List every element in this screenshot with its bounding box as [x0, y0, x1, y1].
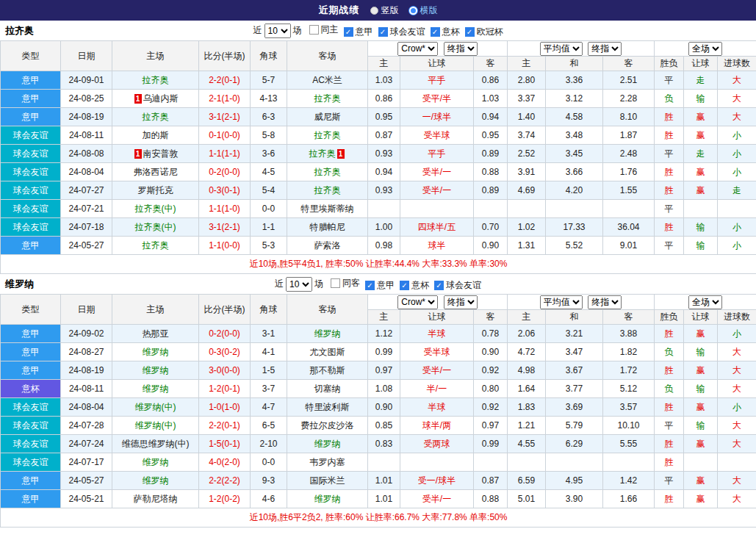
odds-stage-select[interactable]: 终指 [444, 295, 478, 309]
avg-away: 5.55 [603, 435, 655, 453]
team-link[interactable]: 拉齐奥 [143, 112, 169, 122]
score-link[interactable]: 0-1(0-0) [209, 130, 240, 140]
odds-stage-select[interactable]: 终指 [444, 42, 478, 56]
score-link[interactable]: 2-1(1-0) [209, 93, 240, 104]
result-wdl: 平 [655, 200, 684, 218]
filter-checkbox-意杯[interactable]: ✓意杯 [431, 26, 460, 38]
team-link[interactable]: 费拉尔皮沙洛 [301, 420, 354, 431]
home-team: 萨勒尼塔纳 [112, 490, 199, 508]
team-link[interactable]: 特里埃斯蒂纳 [301, 204, 354, 214]
layout-horizontal-radio[interactable]: 横版 [409, 4, 438, 17]
filter-checkbox-意甲[interactable]: ✓意甲 [344, 26, 373, 38]
team-link[interactable]: 维罗纳 [143, 347, 169, 357]
team-link[interactable]: 拉齐奥(中) [135, 222, 176, 232]
bookmaker-select[interactable]: Crow* [397, 42, 438, 56]
recent-count-select[interactable]: 10 [264, 24, 291, 38]
score-link[interactable]: 1-2(0-2) [209, 494, 240, 504]
away-team: 拉齐奥 [287, 163, 368, 181]
team-link[interactable]: 热那亚 [143, 328, 169, 339]
filter-checkbox-同主[interactable]: 同主 [309, 24, 339, 36]
fulltime-select[interactable]: 全场 [688, 42, 722, 56]
score-link[interactable]: 2-2(0-1) [209, 75, 240, 85]
team-link[interactable]: 萨勒尼塔纳 [134, 494, 178, 504]
corner-count: 4-1 [251, 343, 287, 361]
team-link[interactable]: 维罗纳 [143, 365, 169, 375]
filter-checkbox-意甲[interactable]: ✓意甲 [365, 279, 395, 292]
home-team: 1南安普敦 [112, 145, 199, 163]
layout-vertical-radio[interactable]: 竖版 [370, 4, 399, 17]
team-link[interactable]: 拉齐奥 [314, 185, 341, 195]
team-link[interactable]: 加的斯 [143, 130, 169, 140]
team-link[interactable]: 切塞纳 [314, 384, 341, 394]
team-link[interactable]: 维德思维罗纳(中) [122, 439, 190, 449]
filter-checkbox-球会友谊[interactable]: ✓球会友谊 [434, 279, 481, 292]
team-link[interactable]: 萨索洛 [314, 240, 341, 251]
score-link[interactable]: 1-2(0-1) [209, 384, 240, 394]
team-link[interactable]: 韦罗内塞 [310, 457, 345, 467]
score-link[interactable]: 1-0(1-0) [209, 402, 240, 412]
filter-checkbox-同客[interactable]: 同客 [331, 277, 360, 289]
score-link[interactable]: 3-1(2-1) [209, 112, 240, 122]
team-link[interactable]: 南安普敦 [143, 148, 179, 159]
team-link[interactable]: 尤文图斯 [310, 347, 345, 357]
avg-select[interactable]: 平均值 [540, 42, 583, 56]
team-link[interactable]: 维罗纳 [314, 328, 341, 339]
team-link[interactable]: 拉齐奥 [314, 130, 341, 140]
filter-checkbox-意杯[interactable]: ✓意杯 [400, 279, 429, 292]
team-link[interactable]: 威尼斯 [314, 112, 341, 122]
home-team: 加的斯 [112, 126, 199, 145]
score-link[interactable]: 3-0(0-0) [209, 365, 240, 375]
score-link[interactable]: 2-2(0-1) [209, 420, 240, 431]
team-link[interactable]: 维罗纳 [143, 475, 169, 486]
team-link[interactable]: 维罗纳 [143, 457, 169, 467]
team-link[interactable]: 国际米兰 [310, 475, 345, 486]
team-link[interactable]: 维罗纳(中) [135, 402, 176, 412]
team-link[interactable]: 乌迪内斯 [143, 93, 179, 104]
score-link[interactable]: 3-1(2-1) [209, 222, 240, 232]
team-link[interactable]: 拉齐奥 [143, 240, 169, 251]
team-link[interactable]: 拉齐奥(中) [135, 204, 176, 214]
score-link[interactable]: 1-5(0-1) [209, 439, 240, 449]
match-date: 24-07-27 [61, 181, 112, 200]
score-link[interactable]: 1-1(1-0) [209, 204, 240, 214]
score-link[interactable]: 4-0(2-0) [209, 457, 240, 467]
score-link[interactable]: 0-3(0-2) [209, 347, 240, 357]
team-link[interactable]: 拉齐奥 [309, 148, 336, 159]
team-link[interactable]: 维罗纳 [314, 494, 341, 504]
avg-stage-select[interactable]: 终指 [588, 42, 622, 56]
filter-checkbox-球会友谊[interactable]: ✓球会友谊 [378, 26, 425, 38]
team-link[interactable]: AC米兰 [312, 75, 342, 85]
team-link[interactable]: 特里波利斯 [306, 402, 350, 412]
team-link[interactable]: 维罗纳(中) [135, 420, 176, 431]
team-link[interactable]: 罗斯托克 [138, 185, 173, 195]
score-link[interactable]: 1-1(0-0) [209, 240, 240, 251]
score-cell: 0-3(0-2) [199, 343, 251, 361]
bookmaker-select[interactable]: Crow* [397, 295, 438, 309]
score-link[interactable]: 0-3(0-1) [209, 185, 240, 195]
avg-select[interactable]: 平均值 [540, 295, 583, 309]
team-link[interactable]: 维罗纳 [314, 439, 341, 449]
match-row: 意甲24-05-27维罗纳2-2(2-2)9-3国际米兰1.01受一/球半0.8… [1, 472, 756, 490]
team-link[interactable]: 弗洛西诺尼 [134, 167, 178, 177]
team-link[interactable]: 拉齐奥 [314, 93, 341, 104]
team-link[interactable]: 拉齐奥 [314, 167, 341, 177]
score-link[interactable]: 0-2(0-0) [209, 328, 240, 339]
recent-count-select[interactable]: 10 [286, 277, 312, 292]
score-link[interactable]: 0-2(0-0) [209, 167, 240, 177]
team-link[interactable]: 维罗纳 [143, 384, 169, 394]
subcol-odds-away: 客 [474, 57, 508, 71]
score-link[interactable]: 1-1(1-1) [209, 148, 240, 159]
fulltime-select[interactable]: 全场 [688, 295, 722, 309]
avg-away: 9.01 [603, 237, 655, 255]
team-link[interactable]: 特腊帕尼 [310, 222, 345, 232]
result-wdl: 胜 [655, 361, 684, 380]
handicap: 受一/球半 [400, 472, 474, 490]
filter-checkbox-欧冠杯[interactable]: ✓欧冠杯 [465, 26, 503, 38]
team-link[interactable]: 那不勒斯 [310, 365, 345, 375]
score-cell: 0-3(0-1) [199, 181, 251, 200]
avg-stage-select[interactable]: 终指 [588, 295, 622, 309]
match-date: 24-08-27 [61, 343, 112, 361]
score-link[interactable]: 2-2(2-2) [209, 475, 240, 486]
team-link[interactable]: 拉齐奥 [143, 75, 169, 85]
away-team: 萨索洛 [287, 237, 368, 255]
